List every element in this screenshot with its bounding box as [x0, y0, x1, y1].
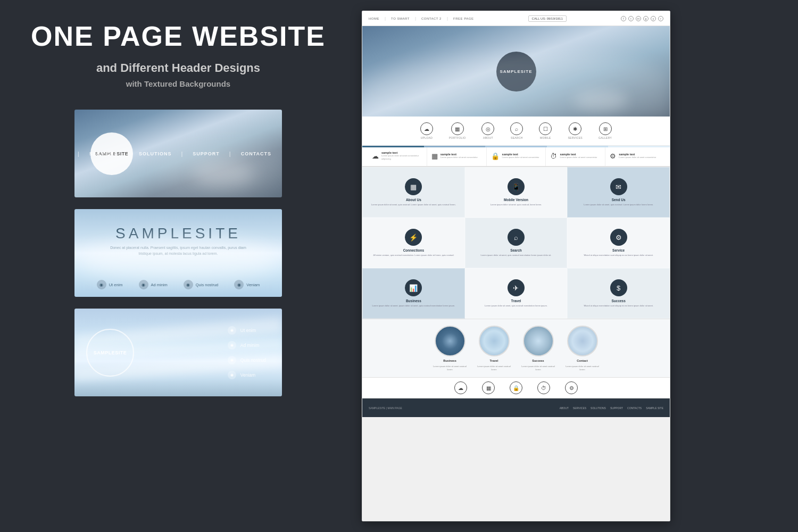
mobile-title: Mobile Version: [504, 198, 528, 202]
card2-bottom: ◉ Ut enim ◉ Ad minim ◉ Quis nostrud ◉ Ve…: [74, 280, 282, 289]
mobile-circle-icon: 📱: [508, 178, 525, 195]
subtitle2-main: Textured Backgrounds: [144, 79, 230, 88]
service-success: $ Success Wuiod ut aliquo exercitation s…: [567, 268, 670, 319]
about-circle-icon: ▦: [405, 178, 422, 195]
feature-text-4: sample text Lorem ipsum dolor sit amet c…: [560, 153, 597, 159]
feature-item-3: 🔒 sample text Lorem ipsum dolor sit amet…: [487, 146, 546, 166]
footer-nav-contacts: CONTACTS: [627, 406, 642, 410]
bottom-icon-cloud: ☁: [454, 381, 467, 394]
services-row-3: 📊 Business Lorem ipsum dolor sit amet, i…: [362, 268, 670, 319]
sky-circle-1: [435, 326, 466, 356]
success-title: Success: [611, 299, 625, 303]
icon-row-search: ⌕ SEARCH: [510, 122, 523, 139]
sky-circle-3: [523, 326, 554, 356]
icon-row-about: ◎ ABOUT: [481, 122, 494, 139]
business-title: Business: [406, 299, 421, 303]
send-circle-icon: ✉: [610, 178, 627, 195]
title-section: ONE PAGE WEBSITE and Different Header De…: [31, 21, 326, 88]
business-desc: Lorem ipsum dolor sit amet, ipsum dolor …: [372, 304, 455, 307]
feature-item-1: ☁ sample text Lorem ipsum dolor sit amet…: [368, 146, 427, 166]
send-title: Send Us: [612, 198, 626, 202]
subtitle-and: and: [96, 61, 117, 74]
nav-solutions: SOLUTIONS: [139, 151, 172, 156]
bottom-icon-lock: 🔒: [510, 381, 522, 394]
services-icon: ✱: [569, 122, 581, 135]
feature-text-3: sample text Lorem ipsum dolor sit amet c…: [502, 153, 539, 159]
card2-btn-4: ◉ Veniam: [234, 280, 260, 289]
card3-nav-icon-2: ◉: [228, 341, 236, 350]
subtitle2: with Textured Backgrounds: [31, 79, 326, 88]
website-mockup: Home | To Smart | Contact 2 | Free Page …: [362, 11, 670, 521]
bottom-icon-5: ⚙: [565, 381, 578, 394]
mobile-desc: Lorem ipsum dolor sit amet. quis nostrud…: [491, 203, 542, 206]
btn-label-2: Ad minim: [151, 282, 168, 287]
card3-label-2: Ad minim: [240, 343, 259, 348]
business-circle-icon: 📊: [405, 279, 422, 296]
about-title: About Us: [406, 198, 421, 202]
card3-nav-icon-3: ◉: [228, 356, 236, 364]
search-label: SEARCH: [511, 136, 523, 139]
search-title: Search: [510, 248, 522, 252]
feature-text-5: sample text Lorem ipsum dolor sit amet c…: [619, 153, 656, 159]
services-row-1: ▦ About Us Lorem ipsum dolor sit amet, q…: [362, 167, 670, 218]
icon-row-gallery: ⊞ GALLERY: [598, 122, 612, 139]
about-label: ABOUT: [483, 136, 493, 139]
connections-title: Connections: [403, 248, 424, 252]
circle-desc-4: Lorem ipsum dolor sit amet nostrud lorem: [565, 365, 600, 371]
upload-icon: ☁: [420, 122, 433, 135]
circle-label-3: Success: [532, 359, 544, 362]
circle-business: Business Lorem ipsum dolor sit amet nost…: [433, 326, 467, 371]
card3-nav-2: ◉ Ad minim: [228, 341, 266, 350]
services-row-2: ⚡ Connections Jill minim veniam, quis no…: [362, 218, 670, 268]
search-icon: ⌕: [510, 122, 523, 135]
nav-sep3: |: [447, 16, 448, 21]
service-business: 📊 Business Lorem ipsum dolor sit amet, i…: [362, 268, 465, 319]
footer-nav-about: ABOUT: [560, 406, 569, 410]
upload-label: UPLOAD: [421, 136, 433, 139]
circle-label-4: Contact: [577, 359, 587, 362]
connections-desc: Jill minim veniam, quis nostrud exercita…: [373, 254, 454, 257]
footer-copyright: SAMPLESITE | MAIN PAGE: [369, 406, 402, 410]
service-service: ⚙ Service Wuiod ut aliquo exercitation s…: [567, 218, 670, 268]
portfolio-label: PORTFOLIO: [449, 136, 466, 139]
service-search: ⌕ Search Lorem ipsum dolor sit amet, qui…: [465, 218, 568, 268]
mockup-nav-links: Home | To Smart | Contact 2 | Free Page: [369, 16, 473, 21]
left-panel: ONE PAGE WEBSITE and Different Header De…: [0, 0, 356, 532]
card2-btn-1: ◉ Ut enim: [97, 280, 123, 289]
mockup-icon-row: ☁ UPLOAD ▦ PORTFOLIO ◎ ABOUT ⌕ SEARCH ☐ …: [362, 117, 670, 146]
about-icon: ◎: [481, 122, 494, 135]
preview-card-3: SAMPLESITE ◉ Ut enim ◉ Ad minim ◉ Quis n…: [74, 309, 282, 396]
feature-icon-2: ▦: [431, 152, 438, 160]
footer-nav-sample: SAMPLE SITE: [646, 406, 663, 410]
search-circle-icon: ⌕: [508, 229, 525, 246]
service-send: ✉ Send Us Lorem ipsum dolor sit amet, qu…: [567, 167, 670, 218]
success-circle-icon: $: [610, 279, 627, 296]
subtitle: and Different Header Designs: [31, 61, 326, 75]
mobile-label: MOBILE: [540, 136, 551, 139]
feature-text-2: sample text Lorem ipsum dolor sit amet c…: [440, 153, 478, 159]
nav-sep2: |: [127, 151, 129, 156]
social-tw: t: [628, 16, 634, 21]
right-panel: Home | To Smart | Contact 2 | Free Page …: [356, 0, 798, 532]
service-circle-icon: ⚙: [610, 229, 627, 246]
preview-cards: SAMPLESITE ABOUT | SERVICES | SOLUTIONS …: [21, 110, 335, 396]
mockup-circles: Business Lorem ipsum dolor sit amet nost…: [362, 319, 670, 377]
travel-desc: Lorem ipsum dolor sit amet, quis nostrud…: [485, 304, 547, 307]
card3-label-4: Veniam: [240, 372, 255, 378]
preview-card-2: SAMPLESITE Donec at placerat nulla. Prae…: [74, 209, 282, 297]
btn-icon-4: ◉: [234, 280, 244, 289]
circle-travel: Travel Lorem ipsum dolor sit amet nostru…: [477, 326, 511, 371]
nav-to-smart: To Smart: [391, 17, 410, 20]
nav-sep2: |: [415, 16, 416, 21]
nav-free-page: Free Page: [453, 17, 473, 20]
mockup-contact-btn: CALL US: 09/19/1911: [528, 15, 567, 22]
circle-desc-1: Lorem ipsum dolor sit amet nostrud lorem: [433, 365, 467, 371]
feature-item-5: ⚙ sample text Lorem ipsum dolor sit amet…: [605, 146, 664, 166]
btn-icon-2: ◉: [139, 280, 148, 289]
btn-icon-1: ◉: [97, 280, 106, 289]
btn-label-1: Ut enim: [109, 282, 123, 287]
service-desc-cell: Wuiod ut aliquo exercitation sunt aliqui…: [584, 254, 653, 257]
feature-item-2: ▦ sample text Lorem ipsum dolor sit amet…: [427, 146, 487, 166]
mockup-bottom-icon-row: ☁ ▦ 🔒 ⏱ ⚙: [362, 377, 670, 398]
circle-desc-2: Lorem ipsum dolor sit amet nostrud lorem: [477, 365, 511, 371]
